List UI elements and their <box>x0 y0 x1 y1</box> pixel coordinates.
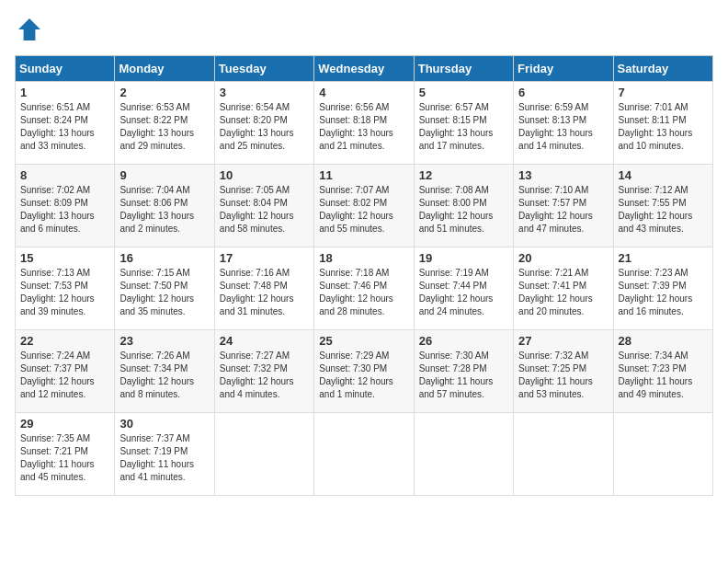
logo-icon <box>15 15 44 44</box>
day-cell-27: 27Sunrise: 7:32 AM Sunset: 7:25 PM Dayli… <box>514 330 613 413</box>
day-number: 20 <box>518 251 608 265</box>
header-thursday: Thursday <box>414 56 513 82</box>
day-info: Sunrise: 7:24 AM Sunset: 7:37 PM Dayligh… <box>20 350 109 401</box>
day-info: Sunrise: 6:59 AM Sunset: 8:13 PM Dayligh… <box>518 101 608 153</box>
day-cell-2: 2Sunrise: 6:53 AM Sunset: 8:22 PM Daylig… <box>115 82 214 165</box>
day-number: 23 <box>119 334 209 348</box>
header-wednesday: Wednesday <box>314 56 414 82</box>
day-number: 17 <box>220 251 309 265</box>
day-cell-29: 29Sunrise: 7:35 AM Sunset: 7:21 PM Dayli… <box>16 413 115 496</box>
calendar-table: SundayMondayTuesdayWednesdayThursdayFrid… <box>15 55 713 496</box>
week-row-3: 15Sunrise: 7:13 AM Sunset: 7:53 PM Dayli… <box>16 247 713 330</box>
header-tuesday: Tuesday <box>214 56 313 82</box>
day-cell-11: 11Sunrise: 7:07 AM Sunset: 8:02 PM Dayli… <box>314 165 414 247</box>
week-row-1: 1Sunrise: 6:51 AM Sunset: 8:24 PM Daylig… <box>16 82 713 165</box>
day-info: Sunrise: 7:23 AM Sunset: 7:39 PM Dayligh… <box>619 267 708 318</box>
day-number: 29 <box>20 417 109 431</box>
day-info: Sunrise: 6:54 AM Sunset: 8:20 PM Dayligh… <box>220 101 309 153</box>
day-info: Sunrise: 7:37 AM Sunset: 7:19 PM Dayligh… <box>119 432 209 484</box>
day-cell-10: 10Sunrise: 7:05 AM Sunset: 8:04 PM Dayli… <box>214 165 313 247</box>
day-number: 11 <box>319 168 408 182</box>
day-number: 9 <box>119 168 209 182</box>
day-info: Sunrise: 7:12 AM Sunset: 7:55 PM Dayligh… <box>619 184 708 236</box>
week-row-2: 8Sunrise: 7:02 AM Sunset: 8:09 PM Daylig… <box>16 165 713 247</box>
day-number: 26 <box>419 334 508 348</box>
day-cell-12: 12Sunrise: 7:08 AM Sunset: 8:00 PM Dayli… <box>414 165 513 247</box>
day-cell-21: 21Sunrise: 7:23 AM Sunset: 7:39 PM Dayli… <box>613 247 712 330</box>
day-number: 6 <box>518 86 608 99</box>
header-row: SundayMondayTuesdayWednesdayThursdayFrid… <box>16 56 713 82</box>
day-info: Sunrise: 7:08 AM Sunset: 8:00 PM Dayligh… <box>419 184 508 236</box>
day-cell-15: 15Sunrise: 7:13 AM Sunset: 7:53 PM Dayli… <box>16 247 115 330</box>
day-number: 21 <box>619 251 708 265</box>
empty-cell <box>414 413 513 496</box>
day-info: Sunrise: 7:05 AM Sunset: 8:04 PM Dayligh… <box>220 184 309 236</box>
page-header <box>15 15 713 44</box>
day-number: 19 <box>419 251 508 265</box>
day-cell-3: 3Sunrise: 6:54 AM Sunset: 8:20 PM Daylig… <box>214 82 313 165</box>
day-cell-6: 6Sunrise: 6:59 AM Sunset: 8:13 PM Daylig… <box>514 82 613 165</box>
day-info: Sunrise: 7:30 AM Sunset: 7:28 PM Dayligh… <box>419 350 508 401</box>
week-row-4: 22Sunrise: 7:24 AM Sunset: 7:37 PM Dayli… <box>16 330 713 413</box>
day-info: Sunrise: 7:35 AM Sunset: 7:21 PM Dayligh… <box>20 432 109 484</box>
empty-cell <box>314 413 414 496</box>
day-info: Sunrise: 7:01 AM Sunset: 8:11 PM Dayligh… <box>619 101 708 153</box>
day-info: Sunrise: 7:29 AM Sunset: 7:30 PM Dayligh… <box>319 350 408 401</box>
day-cell-8: 8Sunrise: 7:02 AM Sunset: 8:09 PM Daylig… <box>16 165 115 247</box>
day-cell-13: 13Sunrise: 7:10 AM Sunset: 7:57 PM Dayli… <box>514 165 613 247</box>
day-number: 30 <box>119 417 209 431</box>
empty-cell <box>214 413 313 496</box>
day-info: Sunrise: 7:15 AM Sunset: 7:50 PM Dayligh… <box>119 267 209 318</box>
day-cell-9: 9Sunrise: 7:04 AM Sunset: 8:06 PM Daylig… <box>115 165 214 247</box>
day-number: 3 <box>220 86 309 99</box>
day-cell-5: 5Sunrise: 6:57 AM Sunset: 8:15 PM Daylig… <box>414 82 513 165</box>
day-cell-26: 26Sunrise: 7:30 AM Sunset: 7:28 PM Dayli… <box>414 330 513 413</box>
day-cell-14: 14Sunrise: 7:12 AM Sunset: 7:55 PM Dayli… <box>613 165 712 247</box>
day-cell-22: 22Sunrise: 7:24 AM Sunset: 7:37 PM Dayli… <box>16 330 115 413</box>
header-monday: Monday <box>115 56 214 82</box>
day-cell-28: 28Sunrise: 7:34 AM Sunset: 7:23 PM Dayli… <box>613 330 712 413</box>
day-number: 12 <box>419 168 508 182</box>
day-info: Sunrise: 7:18 AM Sunset: 7:46 PM Dayligh… <box>319 267 408 318</box>
day-info: Sunrise: 6:56 AM Sunset: 8:18 PM Dayligh… <box>319 101 408 153</box>
day-info: Sunrise: 7:34 AM Sunset: 7:23 PM Dayligh… <box>619 350 708 401</box>
day-number: 22 <box>20 334 109 348</box>
header-friday: Friday <box>514 56 613 82</box>
day-number: 25 <box>319 334 408 348</box>
header-sunday: Sunday <box>16 56 115 82</box>
day-number: 28 <box>619 334 708 348</box>
day-cell-17: 17Sunrise: 7:16 AM Sunset: 7:48 PM Dayli… <box>214 247 313 330</box>
day-cell-4: 4Sunrise: 6:56 AM Sunset: 8:18 PM Daylig… <box>314 82 414 165</box>
day-number: 10 <box>220 168 309 182</box>
day-number: 18 <box>319 251 408 265</box>
day-info: Sunrise: 7:27 AM Sunset: 7:32 PM Dayligh… <box>220 350 309 401</box>
empty-cell <box>514 413 613 496</box>
day-cell-18: 18Sunrise: 7:18 AM Sunset: 7:46 PM Dayli… <box>314 247 414 330</box>
day-info: Sunrise: 6:53 AM Sunset: 8:22 PM Dayligh… <box>119 101 209 153</box>
day-number: 7 <box>619 86 708 99</box>
day-info: Sunrise: 7:16 AM Sunset: 7:48 PM Dayligh… <box>220 267 309 318</box>
day-info: Sunrise: 7:02 AM Sunset: 8:09 PM Dayligh… <box>20 184 109 236</box>
day-number: 27 <box>518 334 608 348</box>
day-number: 5 <box>419 86 508 99</box>
day-number: 1 <box>20 86 109 99</box>
logo <box>15 15 48 44</box>
day-info: Sunrise: 7:19 AM Sunset: 7:44 PM Dayligh… <box>419 267 508 318</box>
day-number: 8 <box>20 168 109 182</box>
day-cell-7: 7Sunrise: 7:01 AM Sunset: 8:11 PM Daylig… <box>613 82 712 165</box>
day-cell-20: 20Sunrise: 7:21 AM Sunset: 7:41 PM Dayli… <box>514 247 613 330</box>
day-cell-24: 24Sunrise: 7:27 AM Sunset: 7:32 PM Dayli… <box>214 330 313 413</box>
day-cell-30: 30Sunrise: 7:37 AM Sunset: 7:19 PM Dayli… <box>115 413 214 496</box>
day-info: Sunrise: 6:57 AM Sunset: 8:15 PM Dayligh… <box>419 101 508 153</box>
day-info: Sunrise: 6:51 AM Sunset: 8:24 PM Dayligh… <box>20 101 109 153</box>
day-info: Sunrise: 7:10 AM Sunset: 7:57 PM Dayligh… <box>518 184 608 236</box>
day-number: 24 <box>220 334 309 348</box>
header-saturday: Saturday <box>613 56 712 82</box>
day-number: 14 <box>619 168 708 182</box>
day-info: Sunrise: 7:21 AM Sunset: 7:41 PM Dayligh… <box>518 267 608 318</box>
day-number: 15 <box>20 251 109 265</box>
day-number: 16 <box>119 251 209 265</box>
day-info: Sunrise: 7:04 AM Sunset: 8:06 PM Dayligh… <box>119 184 209 236</box>
svg-marker-0 <box>18 18 40 40</box>
day-cell-19: 19Sunrise: 7:19 AM Sunset: 7:44 PM Dayli… <box>414 247 513 330</box>
